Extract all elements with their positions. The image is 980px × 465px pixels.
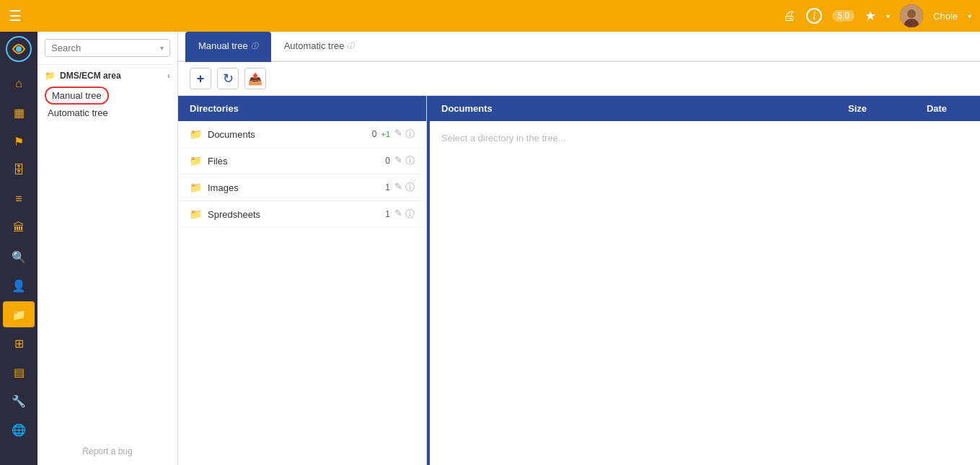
add-button[interactable]: + [190, 68, 211, 89]
docs-placeholder-text: Select a directory in the tree... [441, 133, 566, 143]
dir-actions-documents: ✎ ⓘ [394, 128, 415, 141]
app-logo [6, 36, 32, 62]
dir-count-spredsheets: 1 [385, 209, 390, 219]
search-input[interactable] [51, 43, 157, 53]
dir-count-images: 1 [385, 182, 390, 192]
help-icon[interactable]: i [806, 8, 822, 24]
tree-item-wrap-manual: Manual tree [45, 87, 170, 105]
tab-automatic-tree-info: ⓘ [347, 41, 354, 51]
dir-item-spredsheets[interactable]: 📁 Spredsheets 1 ✎ ⓘ [178, 201, 426, 228]
docs-col-date-header: Date [893, 103, 980, 114]
documents-panel: Documents Size Date Select a directory i… [430, 96, 980, 465]
nav-search[interactable]: 🔍 [3, 244, 35, 270]
main-layout: ⌂ ▦ ⚑ 🗄 ≡ 🏛 🔍 👤 📁 ⊞ ▤ 🔧 🌐 ▾ 📁 DMS/ECM ar… [0, 32, 980, 465]
panel-sidebar: ▾ 📁 DMS/ECM area ‹ Manual tree Automatic… [37, 32, 178, 465]
docs-placeholder: Select a directory in the tree... [430, 121, 980, 465]
tab-automatic-tree-label: Automatic tree [284, 40, 345, 51]
directories-header: Directories [178, 96, 426, 121]
add-icon: + [197, 71, 205, 87]
dir-item-documents[interactable]: 📁 Documents 0 +1 ✎ ⓘ [178, 121, 426, 148]
tabs-bar: Manual tree ⓘ Automatic tree ⓘ [178, 32, 980, 62]
navbar-left: ☰ [9, 7, 22, 25]
print-icon[interactable]: 🖨 [783, 9, 796, 24]
version-badge: 5.0 [832, 10, 855, 22]
folder-icon-sm: 📁 [45, 71, 56, 81]
refresh-icon: ↻ [223, 71, 234, 87]
tree-item-automatic[interactable]: Automatic tree [45, 104, 111, 122]
menu-button[interactable]: ☰ [9, 7, 22, 25]
split-panels: Directories 📁 Documents 0 +1 ✎ ⓘ [178, 96, 980, 465]
tree-item-manual[interactable]: Manual tree [45, 87, 109, 105]
docs-col-size-header: Size [821, 103, 893, 114]
svg-point-1 [907, 9, 916, 18]
dir-count-documents: 0 [372, 129, 377, 139]
tab-manual-tree[interactable]: Manual tree ⓘ [185, 32, 271, 62]
upload-button[interactable]: 📤 [244, 68, 266, 89]
dir-info-files[interactable]: ⓘ [405, 154, 415, 167]
nav-home[interactable]: ⌂ [3, 71, 35, 97]
nav-layers[interactable]: ≡ [3, 186, 35, 212]
folder-icon-documents: 📁 [190, 128, 202, 140]
toolbar: + ↻ 📤 [178, 62, 980, 96]
directories-panel: Directories 📁 Documents 0 +1 ✎ ⓘ [178, 96, 427, 465]
dms-area-label: DMS/ECM area [60, 71, 121, 81]
navbar-right: 🖨 i 5.0 ★ ▾ Chole ▾ [783, 4, 971, 27]
nav-folder[interactable]: 📁 [3, 301, 35, 327]
dir-edit-images[interactable]: ✎ [394, 181, 402, 194]
nav-bank[interactable]: 🏛 [3, 215, 35, 241]
dir-info-images[interactable]: ⓘ [405, 181, 415, 194]
dir-list: 📁 Documents 0 +1 ✎ ⓘ 📁 Files 0 [178, 121, 426, 465]
collapse-button[interactable]: ‹ [167, 71, 170, 81]
folder-icon-spredsheets: 📁 [190, 208, 202, 220]
documents-header: Documents Size Date [430, 96, 980, 121]
star-dropdown[interactable]: ▾ [886, 12, 890, 20]
nav-person[interactable]: 👤 [3, 273, 35, 298]
search-input-wrap[interactable]: ▾ [45, 39, 170, 57]
folder-icon-files: 📁 [190, 155, 202, 167]
report-bug-link[interactable]: Report a bug [37, 438, 177, 465]
tab-manual-tree-label: Manual tree [198, 40, 248, 51]
dir-name-files: Files [208, 156, 385, 167]
nav-building[interactable]: ▦ [3, 99, 35, 125]
search-dropdown-icon[interactable]: ▾ [160, 44, 164, 52]
dir-item-files[interactable]: 📁 Files 0 ✎ ⓘ [178, 148, 426, 174]
dms-area-header: 📁 DMS/ECM area ‹ [37, 65, 177, 87]
nav-grid[interactable]: ⊞ [3, 330, 35, 356]
refresh-button[interactable]: ↻ [217, 68, 239, 89]
dir-info-spredsheets[interactable]: ⓘ [405, 208, 415, 221]
star-icon[interactable]: ★ [865, 8, 876, 24]
dir-edit-documents[interactable]: ✎ [394, 128, 402, 141]
dir-actions-images: ✎ ⓘ [394, 181, 415, 194]
svg-point-4 [16, 46, 22, 52]
dir-info-documents[interactable]: ⓘ [405, 128, 415, 141]
content-area: Manual tree ⓘ Automatic tree ⓘ + ↻ 📤 [178, 32, 980, 465]
top-navbar: ☰ 🖨 i 5.0 ★ ▾ Chole ▾ [0, 0, 980, 32]
dir-edit-spredsheets[interactable]: ✎ [394, 208, 402, 221]
docs-col-name-header: Documents [430, 103, 821, 114]
tree-items: Manual tree Automatic tree [37, 87, 177, 121]
tree-item-wrap-automatic: Automatic tree [45, 107, 170, 118]
avatar [900, 4, 923, 27]
dir-name-documents: Documents [208, 129, 372, 140]
nav-data[interactable]: ▤ [3, 359, 35, 385]
folder-icon-images: 📁 [190, 182, 202, 193]
nav-flag[interactable]: ⚑ [3, 128, 35, 154]
username[interactable]: Chole [933, 11, 958, 22]
dir-actions-spredsheets: ✎ ⓘ [394, 208, 415, 221]
dir-count-files: 0 [385, 156, 390, 166]
dir-item-images[interactable]: 📁 Images 1 ✎ ⓘ [178, 174, 426, 201]
upload-icon: 📤 [248, 72, 262, 86]
nav-briefcase[interactable]: 🗄 [3, 157, 35, 183]
icon-sidebar: ⌂ ▦ ⚑ 🗄 ≡ 🏛 🔍 👤 📁 ⊞ ▤ 🔧 🌐 [0, 32, 37, 465]
nav-wrench[interactable]: 🔧 [3, 388, 35, 414]
tab-manual-tree-info: ⓘ [251, 41, 258, 51]
dir-actions-files: ✎ ⓘ [394, 154, 415, 167]
tab-automatic-tree[interactable]: Automatic tree ⓘ [271, 32, 368, 62]
nav-globe[interactable]: 🌐 [3, 417, 35, 443]
dir-name-spredsheets: Spredsheets [208, 209, 385, 220]
user-dropdown-arrow[interactable]: ▾ [968, 12, 971, 20]
dir-name-images: Images [208, 182, 385, 193]
search-bar: ▾ [37, 32, 177, 65]
dir-extra-documents: +1 [381, 130, 390, 138]
dir-edit-files[interactable]: ✎ [394, 154, 402, 167]
